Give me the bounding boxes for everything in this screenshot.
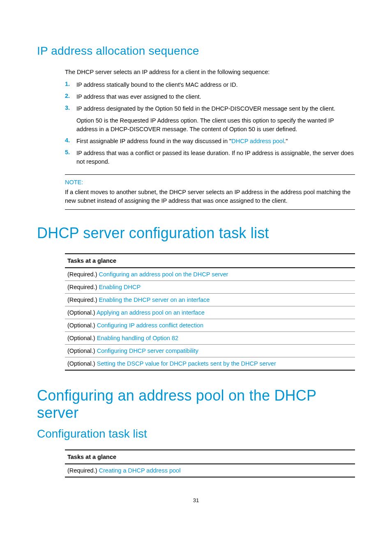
step-item: 3. IP address designated by the Option 5…	[65, 103, 355, 135]
step-number: 4.	[65, 137, 76, 144]
step-number: 2.	[65, 93, 76, 99]
page: IP address allocation sequence The DHCP …	[0, 0, 392, 533]
step-text-pre: First assignable IP address found in the…	[76, 138, 231, 144]
step-text: First assignable IP address found in the…	[76, 137, 288, 146]
row-prefix: (Required.)	[67, 297, 99, 303]
allocation-steps-list: 1. IP address statically bound to the cl…	[65, 79, 355, 168]
step-item: 5. IP address that was a conflict or pas…	[65, 147, 355, 168]
page-number: 31	[0, 497, 392, 503]
step-number: 1.	[65, 81, 76, 87]
table-row: (Optional.) Configuring DHCP server comp…	[65, 345, 355, 357]
step-item: 4. First assignable IP address found in …	[65, 135, 355, 147]
link-task[interactable]: Setting the DSCP value for DHCP packets …	[97, 360, 276, 367]
row-prefix: (Optional.)	[67, 348, 97, 354]
tasks-table-2: Tasks at a glance (Required.) Creating a…	[65, 450, 355, 477]
row-prefix: (Optional.)	[67, 335, 97, 341]
row-prefix: (Required.)	[67, 271, 99, 278]
note-text: If a client moves to another subnet, the…	[65, 188, 355, 205]
link-task[interactable]: Configuring IP address conflict detectio…	[97, 322, 203, 329]
heading-configuration-task-list: Configuration task list	[37, 427, 355, 440]
tasks-table-1: Tasks at a glance (Required.) Configurin…	[65, 253, 355, 371]
table-header: Tasks at a glance	[65, 450, 355, 464]
table-row: (Optional.) Enabling handling of Option …	[65, 332, 355, 345]
step-number: 5.	[65, 149, 76, 155]
step-text: IP address that was ever assigned to the…	[76, 93, 201, 101]
table-row: (Optional.) Configuring IP address confl…	[65, 319, 355, 332]
table-row: (Required.) Enabling the DHCP server on …	[65, 294, 355, 306]
step-text-main: IP address designated by the Option 50 f…	[76, 105, 335, 112]
link-task[interactable]: Applying an address pool on an interface	[97, 309, 205, 316]
step-item: 1. IP address statically bound to the cl…	[65, 79, 355, 91]
row-prefix: (Optional.)	[67, 360, 97, 367]
step-text: IP address that was a conflict or passed…	[76, 149, 355, 166]
note-block: NOTE: If a client moves to another subne…	[65, 174, 355, 210]
table-row: (Required.) Configuring an address pool …	[65, 268, 355, 281]
link-task[interactable]: Enabling DHCP	[99, 284, 141, 290]
table-row: (Required.) Enabling DHCP	[65, 281, 355, 294]
step-item: 2. IP address that was ever assigned to …	[65, 91, 355, 103]
row-prefix: (Optional.)	[67, 322, 97, 329]
step-number: 3.	[65, 104, 76, 111]
table-row: (Optional.) Setting the DSCP value for D…	[65, 357, 355, 370]
heading-configuring-address-pool: Configuring an address pool on the DHCP …	[37, 387, 355, 422]
link-dhcp-address-pool[interactable]: DHCP address pool	[231, 138, 284, 144]
table-row: (Required.) Creating a DHCP address pool	[65, 464, 355, 477]
step-subtext: Option 50 is the Requested IP Address op…	[76, 116, 355, 134]
link-task[interactable]: Creating a DHCP address pool	[99, 467, 181, 474]
step-text: IP address designated by the Option 50 f…	[76, 104, 355, 134]
step-text: IP address statically bound to the clien…	[76, 81, 238, 89]
table-row: (Optional.) Applying an address pool on …	[65, 306, 355, 319]
table-header: Tasks at a glance	[65, 254, 355, 268]
intro-text: The DHCP server selects an IP address fo…	[65, 68, 355, 76]
link-task[interactable]: Configuring DHCP server compatibility	[97, 348, 198, 354]
note-label: NOTE:	[65, 179, 355, 185]
row-prefix: (Required.)	[67, 284, 99, 290]
row-prefix: (Required.)	[67, 467, 99, 474]
heading-ip-allocation-sequence: IP address allocation sequence	[37, 0, 355, 58]
heading-dhcp-server-config-task-list: DHCP server configuration task list	[37, 225, 355, 242]
step-text-post: ."	[284, 138, 288, 144]
link-task[interactable]: Configuring an address pool on the DHCP …	[99, 271, 228, 278]
link-task[interactable]: Enabling the DHCP server on an interface	[99, 297, 210, 303]
row-prefix: (Optional.)	[67, 309, 97, 316]
link-task[interactable]: Enabling handling of Option 82	[97, 335, 178, 341]
